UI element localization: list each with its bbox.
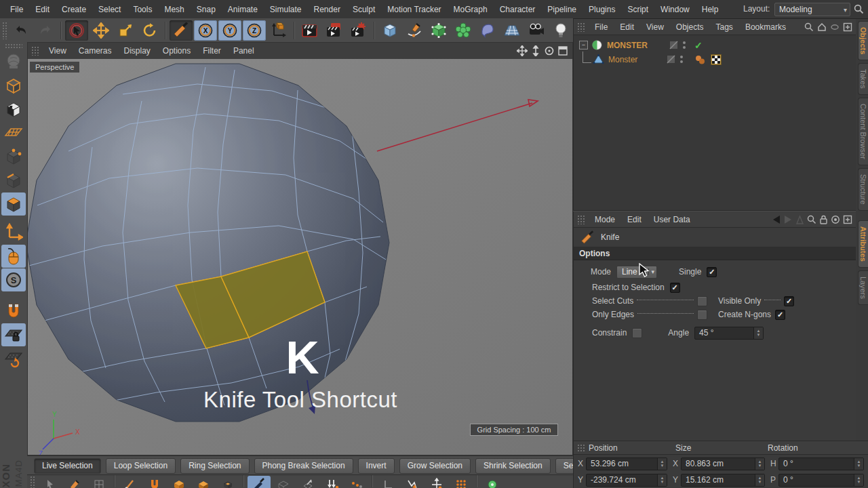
angle-field[interactable]: 45 ° ▲▼ — [694, 327, 764, 340]
single-checkbox[interactable]: ✓ — [707, 267, 717, 277]
render-settings-button[interactable] — [347, 20, 370, 41]
viewport-menu-view[interactable]: View — [43, 46, 73, 56]
am-menu-mode[interactable]: Mode — [589, 215, 621, 224]
tab-objects[interactable]: Objects — [858, 21, 868, 60]
am-new-panel-icon[interactable] — [843, 215, 852, 224]
enable-axis-button[interactable] — [1, 221, 26, 244]
coordinates-drag-handle[interactable] — [577, 444, 585, 452]
add-spline-pen-button[interactable] — [403, 20, 426, 41]
menu-window[interactable]: Window — [654, 5, 696, 14]
om-menu-objects[interactable]: Objects — [670, 22, 710, 32]
axis-z-lock-button[interactable]: Z — [243, 20, 266, 41]
angle-stepper[interactable]: ▲▼ — [753, 327, 763, 339]
select-cuts-checkbox[interactable] — [697, 296, 707, 306]
menu-sculpt[interactable]: Sculpt — [347, 5, 381, 14]
om-menu-view[interactable]: View — [640, 22, 670, 32]
menu-animate[interactable]: Animate — [222, 5, 264, 14]
polygons-mode-button[interactable] — [1, 192, 26, 216]
lock-workplane-button[interactable] — [1, 323, 26, 346]
snap-toggle-button[interactable]: S — [1, 268, 26, 291]
palette-collapse-tool[interactable] — [401, 476, 424, 488]
viewport-menu-display[interactable]: Display — [117, 46, 156, 56]
am-target-icon[interactable] — [831, 215, 840, 224]
menu-snap[interactable]: Snap — [191, 5, 222, 14]
om-menu-file[interactable]: File — [589, 22, 614, 32]
menu-mograph[interactable]: MoGraph — [448, 5, 494, 14]
workplane-mode-button[interactable] — [1, 121, 26, 144]
viewport-zoom-icon[interactable] — [530, 45, 541, 56]
texture-tag-icon[interactable] — [711, 54, 722, 65]
viewport-menu-panel[interactable]: Panel — [227, 46, 260, 56]
create-ngons-checkbox[interactable]: ✓ — [775, 310, 785, 320]
menu-pipeline[interactable]: Pipeline — [541, 5, 583, 14]
viewport-menu-filter[interactable]: Filter — [197, 46, 227, 56]
camera-button[interactable] — [525, 20, 548, 41]
left-toolbar-drag-handle[interactable] — [5, 43, 22, 49]
viewport-menu-options[interactable]: Options — [157, 46, 197, 56]
render-picture-viewer-button[interactable] — [323, 20, 346, 41]
menu-tools[interactable]: Tools — [127, 5, 158, 14]
make-editable-button[interactable] — [1, 50, 26, 73]
phong-tag-icon[interactable] — [694, 54, 707, 65]
om-menu-bookmarks[interactable]: Bookmarks — [739, 22, 792, 32]
layout-dropdown[interactable]: Modeling ▾ — [774, 3, 850, 16]
palette-close-hole-tool[interactable] — [296, 476, 319, 488]
menu-render[interactable]: Render — [308, 5, 347, 14]
palette-magnet-tool[interactable] — [143, 476, 166, 488]
position-y-field[interactable]: -239.724 cm ▲▼ — [586, 474, 667, 487]
knife-tool-button[interactable] — [170, 20, 193, 41]
palette-brush-tool[interactable] — [119, 476, 142, 488]
layer-toggle-icon[interactable] — [667, 55, 675, 64]
palette-bridge-tool[interactable] — [272, 476, 295, 488]
om-menu-edit[interactable]: Edit — [614, 22, 640, 32]
tab-attributes[interactable]: Attributes — [858, 220, 868, 268]
tab-takes[interactable]: Takes — [858, 63, 868, 95]
mode-dropdown[interactable]: Line ▾ — [616, 266, 657, 279]
viewport-drag-handle[interactable] — [31, 46, 39, 56]
restrict-checkbox[interactable]: ✓ — [670, 283, 680, 293]
menu-help[interactable]: Help — [696, 5, 725, 14]
model-mode-button[interactable] — [1, 74, 26, 97]
om-home-icon[interactable] — [817, 22, 827, 32]
tab-layers[interactable]: Layers — [858, 270, 868, 305]
am-search-icon[interactable] — [807, 215, 816, 224]
live-selection-tool-button[interactable] — [65, 20, 88, 41]
palette-inner-extrude-tool[interactable] — [216, 476, 239, 488]
points-mode-button[interactable] — [1, 145, 26, 168]
am-menu-userdata[interactable]: User Data — [648, 215, 696, 224]
palette-transform-tool[interactable] — [425, 476, 448, 488]
generators-button[interactable] — [452, 20, 475, 41]
grow-selection-button[interactable]: Grow Selection — [399, 458, 471, 474]
tab-structure[interactable]: Structure — [858, 168, 868, 211]
toolbar-drag-handle[interactable] — [2, 22, 7, 39]
layer-toggle-icon[interactable] — [669, 41, 678, 49]
redo-button[interactable] — [34, 20, 57, 41]
palette-drag-handle[interactable] — [30, 476, 35, 488]
object-row-monster-child[interactable]: Monster — [574, 52, 856, 66]
menu-mesh[interactable]: Mesh — [158, 5, 190, 14]
environment-floor-button[interactable] — [500, 20, 524, 41]
am-back-icon[interactable] — [771, 215, 781, 224]
render-view-button[interactable] — [298, 20, 321, 41]
size-y-field[interactable]: 15.162 cm ▲▼ — [681, 474, 765, 487]
palette-selection-tool[interactable] — [39, 476, 62, 488]
palette-set-point-value-tool[interactable] — [450, 476, 473, 488]
palette-knife-tool[interactable] — [248, 476, 271, 488]
add-primitive-cube-button[interactable] — [378, 20, 401, 41]
axis-y-lock-button[interactable]: Y — [218, 20, 241, 41]
menu-script[interactable]: Script — [621, 5, 654, 14]
menu-motion-tracker[interactable]: Motion Tracker — [381, 5, 447, 14]
menu-file[interactable]: File — [4, 5, 29, 14]
palette-spline-pen-tool[interactable] — [63, 476, 86, 488]
menu-create[interactable]: Create — [56, 5, 92, 14]
menu-edit[interactable]: Edit — [29, 5, 56, 14]
move-tool-button[interactable] — [90, 20, 113, 41]
om-path-icon[interactable] — [830, 22, 840, 32]
constrain-checkbox[interactable] — [632, 328, 642, 338]
position-x-field[interactable]: 53.296 cm ▲▼ — [586, 458, 667, 470]
menu-simulate[interactable]: Simulate — [264, 5, 308, 14]
expander-icon[interactable]: − — [579, 41, 588, 49]
camera-view-label[interactable]: Perspective — [30, 62, 79, 73]
rotation-p-field[interactable]: 0 ° ▲▼ — [778, 474, 864, 487]
texture-mode-button[interactable] — [1, 98, 26, 121]
